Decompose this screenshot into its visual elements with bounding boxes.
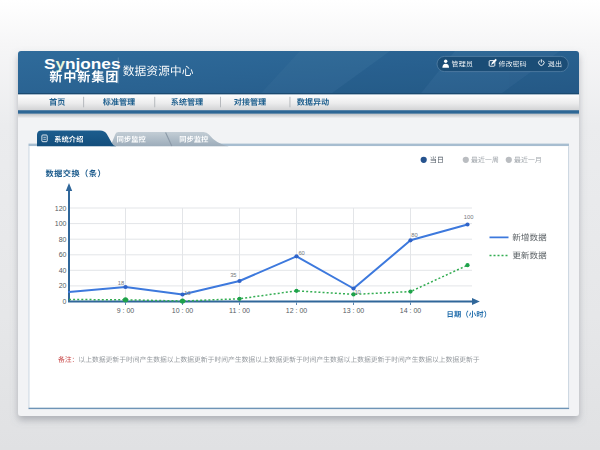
svg-text:Synjones: Synjones — [44, 56, 121, 72]
svg-text:10 : 00: 10 : 00 — [172, 307, 194, 314]
svg-text:80: 80 — [411, 232, 417, 238]
svg-text:0: 0 — [63, 298, 67, 305]
svg-text:40: 40 — [59, 267, 67, 274]
svg-text:20: 20 — [59, 282, 67, 289]
svg-text:100: 100 — [464, 214, 474, 220]
svg-text:80: 80 — [59, 236, 67, 243]
svg-text:35: 35 — [230, 272, 236, 278]
svg-text:60: 60 — [298, 250, 304, 256]
svg-text:60: 60 — [59, 251, 67, 258]
svg-text:10: 10 — [184, 290, 190, 296]
svg-text:18: 18 — [118, 280, 124, 286]
svg-text:9 : 00: 9 : 00 — [117, 307, 135, 314]
svg-text:13 : 00: 13 : 00 — [343, 307, 365, 314]
svg-text:14 : 00: 14 : 00 — [400, 307, 422, 314]
svg-text:12 : 00: 12 : 00 — [286, 307, 308, 314]
svg-text:11 : 00: 11 : 00 — [229, 307, 250, 314]
svg-text:120: 120 — [55, 205, 67, 212]
svg-text:10: 10 — [354, 289, 360, 295]
svg-text:100: 100 — [55, 220, 67, 227]
